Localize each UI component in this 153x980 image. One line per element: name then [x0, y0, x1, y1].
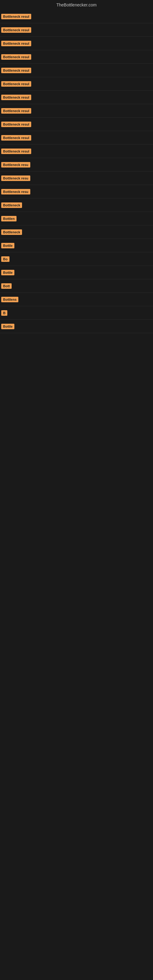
list-item[interactable]: Bottleneck resul [0, 64, 153, 77]
list-item[interactable]: Bottleneck resul [0, 104, 153, 118]
bottleneck-result-badge: Bottle [1, 324, 14, 329]
list-item[interactable]: Bottlens [0, 293, 153, 306]
bottleneck-result-badge: Bottle [1, 270, 14, 275]
list-item[interactable]: Bottleneck resul [0, 131, 153, 145]
list-item[interactable]: Bottleneck resul [0, 23, 153, 37]
list-item[interactable]: Bottleneck resul [0, 10, 153, 23]
list-item[interactable]: Bottleneck resul [0, 145, 153, 158]
bottleneck-result-badge: Bottleneck resul [1, 95, 31, 100]
bottleneck-result-badge: Bottleneck resu [1, 189, 30, 194]
bottleneck-result-badge: Bottleneck resul [1, 148, 31, 154]
bottleneck-result-badge: Bottleneck resul [1, 108, 31, 114]
list-item[interactable]: Bottle [0, 266, 153, 279]
bottleneck-result-badge: B [1, 310, 7, 316]
list-item[interactable]: Bottleneck resul [0, 91, 153, 104]
bottleneck-result-badge: Bottleneck [1, 229, 22, 235]
site-title: TheBottlenecker.com [0, 0, 153, 10]
bottleneck-result-badge: Bottleneck resul [1, 135, 31, 140]
bottleneck-result-badge: Bottleneck resu [1, 162, 30, 167]
list-item[interactable]: Bottleneck [0, 225, 153, 239]
bottleneck-result-badge: Bott [1, 283, 12, 289]
bottleneck-result-badge: Bottleneck resul [1, 14, 31, 19]
bottleneck-result-badge: Bottleneck [1, 202, 22, 208]
list-item[interactable]: B [0, 306, 153, 320]
bottleneck-result-badge: Bottleneck resul [1, 81, 31, 87]
bottleneck-result-badge: Bottleneck resul [1, 122, 31, 127]
bottleneck-result-badge: Bottle [1, 243, 14, 248]
bottleneck-result-badge: Bottleneck resu [1, 175, 30, 181]
list-item[interactable]: Bottleneck resul [0, 77, 153, 91]
list-item[interactable]: Bottleneck resu [0, 172, 153, 185]
list-item[interactable]: Bottleneck resu [0, 158, 153, 172]
bottleneck-result-badge: Bo [1, 256, 10, 262]
list-item[interactable]: Bottleneck resul [0, 118, 153, 131]
list-item[interactable]: Bottleneck resul [0, 37, 153, 50]
list-item[interactable]: Bottleneck [0, 199, 153, 212]
bottleneck-result-badge: Bottlens [1, 297, 18, 302]
list-item[interactable]: Bo [0, 252, 153, 266]
bottleneck-result-badge: Bottleneck resul [1, 54, 31, 60]
list-item[interactable]: Bottlen [0, 212, 153, 225]
list-item[interactable]: Bottleneck resul [0, 50, 153, 64]
list-item[interactable]: Bottle [0, 239, 153, 252]
bottleneck-result-badge: Bottlen [1, 216, 16, 221]
bottleneck-result-badge: Bottleneck resul [1, 41, 31, 46]
list-item[interactable]: Bott [0, 279, 153, 293]
list-item[interactable]: Bottle [0, 320, 153, 333]
bottleneck-result-badge: Bottleneck resul [1, 68, 31, 73]
list-item[interactable]: Bottleneck resu [0, 185, 153, 199]
bottleneck-result-badge: Bottleneck resul [1, 27, 31, 33]
